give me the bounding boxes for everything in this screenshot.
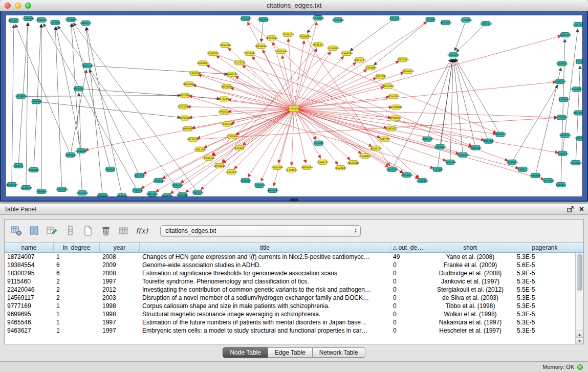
scroll-up-button[interactable]: ▲: [576, 331, 583, 337]
network-node[interactable]: 19773354: [542, 178, 554, 183]
network-node[interactable]: 18862041: [483, 139, 494, 143]
network-node[interactable]: 15234677: [233, 145, 245, 150]
show-rows-icon[interactable]: [63, 224, 77, 237]
network-node[interactable]: 12610651: [179, 93, 190, 98]
network-node[interactable]: 10035721: [559, 133, 571, 138]
network-node[interactable]: 18300295: [35, 18, 47, 23]
column-header-out_degree[interactable]: △out_de…: [390, 243, 426, 252]
network-node[interactable]: 17125669: [431, 167, 443, 171]
network-node[interactable]: 15081266: [575, 136, 582, 141]
network-node[interactable]: 16487294: [559, 33, 571, 37]
citation-edge-red[interactable]: [189, 109, 294, 118]
citation-edge-red[interactable]: [292, 109, 294, 165]
network-node[interactable]: 14358099: [557, 97, 569, 102]
network-node[interactable]: 11960895: [30, 99, 42, 104]
network-node[interactable]: 21738055: [460, 18, 472, 23]
network-node[interactable]: 18410369: [267, 188, 278, 192]
tab-node-table[interactable]: Node Table: [223, 347, 268, 358]
citation-edge-red[interactable]: [243, 109, 294, 145]
network-node[interactable]: 19644445: [35, 189, 47, 193]
network-node[interactable]: 21926974: [188, 71, 200, 76]
column-header-year[interactable]: year: [100, 243, 140, 252]
minimize-window-button[interactable]: [15, 3, 21, 9]
network-node[interactable]: 10913923: [382, 84, 394, 89]
network-node[interactable]: 19915623: [218, 110, 230, 114]
network-node[interactable]: 21933126: [191, 190, 203, 194]
table-scrollbar[interactable]: ▲ ▼: [575, 253, 583, 344]
network-node[interactable]: 10962619: [506, 160, 518, 164]
network-node[interactable]: 21062166: [554, 79, 565, 84]
column-header-title[interactable]: title: [140, 243, 390, 252]
network-node[interactable]: 14528039: [335, 165, 346, 170]
network-node[interactable]: 19131564: [266, 36, 277, 40]
network-node[interactable]: 17710423: [555, 115, 567, 120]
network-node[interactable]: 22100354: [556, 151, 568, 156]
citation-edge-black[interactable]: [21, 95, 180, 96]
citation-edge-red[interactable]: [201, 109, 294, 190]
network-node[interactable]: 15292069: [64, 152, 76, 157]
table-row[interactable]: 1872400712008Changes of HCN gene express…: [5, 253, 575, 261]
network-node[interactable]: 20379419: [226, 134, 238, 139]
network-node[interactable]: 20556301: [347, 160, 359, 165]
citation-edge-black[interactable]: [15, 25, 70, 155]
network-node[interactable]: 10472797: [386, 167, 398, 171]
citation-edge-red[interactable]: [294, 22, 427, 109]
table-row[interactable]: 946362711997Embryonic stem cells: a mode…: [5, 326, 575, 335]
network-node[interactable]: 11794915: [286, 167, 297, 172]
network-node[interactable]: 20614937: [573, 111, 582, 115]
table-chooser-dropdown[interactable]: citations_edges.txt ▲▼: [160, 225, 361, 236]
network-node[interactable]: 18624094: [301, 165, 313, 169]
column-header-in_degree[interactable]: in_degree: [54, 243, 100, 252]
network-node[interactable]: 20946264: [161, 193, 172, 196]
citation-edge-red[interactable]: [294, 109, 557, 118]
column-header-pagerank[interactable]: pagerank: [514, 243, 575, 252]
citation-edge-red[interactable]: [171, 109, 294, 193]
table-row[interactable]: 1830029562008Estimation of significance …: [5, 269, 575, 277]
close-window-button[interactable]: [5, 3, 11, 9]
network-node[interactable]: 18273741: [574, 59, 582, 64]
network-node[interactable]: 11145823: [571, 87, 582, 92]
network-node[interactable]: 13129932: [244, 51, 255, 56]
network-node[interactable]: 13354609: [364, 65, 376, 70]
network-node[interactable]: 16034212: [494, 132, 506, 137]
column-header-short[interactable]: short: [426, 243, 514, 252]
network-node[interactable]: 20631129: [81, 63, 93, 68]
network-node[interactable]: 12752117: [218, 97, 230, 101]
network-node[interactable]: 12263178: [480, 21, 492, 26]
network-node[interactable]: 9115460: [50, 20, 60, 25]
citation-edge-black[interactable]: [455, 59, 500, 135]
network-node[interactable]: 22014521: [401, 172, 412, 177]
network-node[interactable]: 20387919: [457, 152, 469, 157]
network-node[interactable]: 10994648: [213, 163, 225, 168]
network-node[interactable]: 22360944: [257, 17, 269, 22]
citation-edge-black[interactable]: [34, 25, 41, 170]
network-node[interactable]: 11663084: [444, 160, 456, 164]
new-file-icon[interactable]: [81, 224, 95, 237]
citation-edge-black[interactable]: [79, 93, 81, 150]
network-node[interactable]: 18541475: [312, 42, 324, 47]
network-node[interactable]: 19384554: [22, 16, 34, 21]
citation-edge-black[interactable]: [71, 24, 82, 193]
citation-edge-black[interactable]: [512, 85, 557, 162]
network-node[interactable]: 9245012: [556, 182, 566, 187]
network-node[interactable]: 13682305: [176, 192, 188, 196]
network-node[interactable]: 14569117: [80, 21, 92, 26]
table-row[interactable]: 911546021997Tourette syndrome. Phenomeno…: [5, 277, 575, 286]
network-node[interactable]: 11072938: [134, 173, 145, 178]
network-node[interactable]: 11749039: [327, 46, 339, 51]
network-node[interactable]: 9244509: [241, 178, 251, 183]
network-node[interactable]: 18945687: [183, 82, 194, 86]
network-node[interactable]: 17536688: [570, 160, 581, 165]
network-node[interactable]: 10853542: [146, 191, 158, 196]
network-node[interactable]: 15615959: [378, 137, 390, 141]
citation-edge-black[interactable]: [427, 59, 452, 139]
network-node[interactable]: 11283309: [207, 51, 219, 56]
network-node[interactable]: 21082022: [385, 126, 397, 131]
network-node[interactable]: 9856305: [73, 86, 83, 91]
window-resize-grip[interactable]: [290, 199, 298, 202]
network-node[interactable]: 11431069: [56, 187, 68, 191]
network-node[interactable]: 19467294: [447, 53, 459, 57]
citation-edge-black[interactable]: [58, 26, 182, 195]
network-node[interactable]: 11154908: [332, 18, 344, 23]
network-node[interactable]: 13421970: [572, 23, 582, 27]
